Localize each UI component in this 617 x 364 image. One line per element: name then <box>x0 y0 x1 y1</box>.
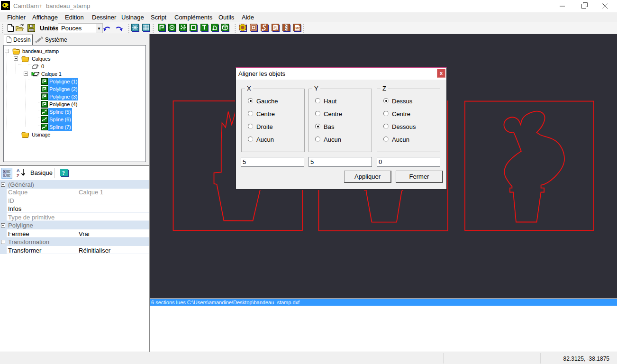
svg-text:A: A <box>17 168 20 173</box>
svg-text:MC: MC <box>296 27 300 30</box>
svg-text:?: ? <box>62 170 65 176</box>
svg-text:Z: Z <box>17 173 19 178</box>
